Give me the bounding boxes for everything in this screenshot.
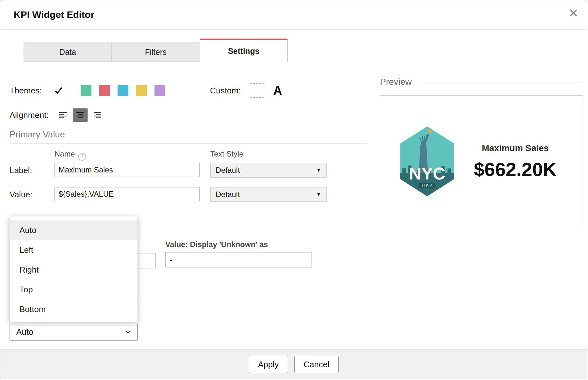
- preview-heading-rule: [419, 83, 583, 83]
- name-column-label: Name?: [54, 150, 86, 161]
- custom-label: Custom:: [210, 86, 241, 96]
- kpi-preview-value: $662.20K: [457, 158, 573, 180]
- value-input[interactable]: [54, 187, 200, 201]
- position-dropdown-list: Auto Left Right Top Bottom: [10, 216, 138, 322]
- apply-button[interactable]: Apply: [249, 356, 288, 373]
- tab-settings[interactable]: Settings: [200, 39, 288, 62]
- kpi-preview-label: Maximum Sales: [457, 143, 573, 153]
- custom-color-swatch[interactable]: [250, 83, 264, 98]
- align-left-button[interactable]: [56, 108, 70, 122]
- dropdown-arrow-icon: ▼: [316, 191, 321, 198]
- dialog-footer: Apply Cancel: [0, 349, 587, 379]
- section-divider: [10, 143, 367, 144]
- label-field-label: Label:: [10, 165, 32, 175]
- theme-swatch-red[interactable]: [99, 85, 110, 96]
- custom-font-letter[interactable]: A: [273, 84, 282, 98]
- align-center-button[interactable]: [73, 108, 88, 122]
- badge-country-text: U.S.A: [422, 183, 433, 188]
- theme-swatch-yellow[interactable]: [136, 85, 147, 96]
- preview-box: NYC U.S.A Maximum Sales $662.20K: [380, 95, 583, 228]
- dropdown-option-right[interactable]: Right: [10, 260, 137, 280]
- torch-flame: [428, 129, 432, 133]
- value-display-unknown-label: Value: Display 'Unknown' as: [165, 240, 268, 249]
- value-display-unknown-input[interactable]: [165, 252, 312, 267]
- align-center-icon: [76, 112, 84, 119]
- tab-data[interactable]: Data: [24, 42, 112, 62]
- theme-swatch-purple[interactable]: [154, 85, 165, 96]
- position-select-value: Auto: [16, 327, 33, 337]
- nyc-badge-svg: NYC U.S.A: [397, 126, 457, 197]
- chevron-down-icon: [125, 330, 131, 334]
- label-input[interactable]: [54, 163, 200, 177]
- dropdown-option-left[interactable]: Left: [10, 240, 137, 260]
- tab-filters[interactable]: Filters: [112, 42, 200, 62]
- theme-swatch-green[interactable]: [81, 85, 91, 96]
- align-left-icon: [59, 112, 67, 119]
- badge-city-text: NYC: [409, 164, 445, 183]
- align-right-icon: [93, 112, 102, 119]
- dropdown-option-top[interactable]: Top: [10, 280, 137, 299]
- check-icon: [54, 87, 63, 94]
- name-label-text: Name: [54, 150, 75, 158]
- themes-label: Themes:: [10, 86, 42, 96]
- dialog-header: KPI Widget Editor ×: [0, 0, 587, 30]
- alignment-row: Alignment:: [10, 108, 105, 122]
- theme-swatch-blue[interactable]: [118, 85, 128, 96]
- dropdown-option-auto[interactable]: Auto: [10, 220, 137, 240]
- value-text-style-value: Default: [216, 190, 240, 199]
- alignment-label: Alignment:: [10, 110, 49, 120]
- kpi-preview-block: Maximum Sales $662.20K: [457, 143, 583, 180]
- dropdown-arrow-icon: ▼: [316, 167, 321, 173]
- help-icon[interactable]: ?: [78, 153, 86, 161]
- nyc-badge-image: NYC U.S.A: [397, 126, 457, 198]
- tab-bar: Data Filters Settings: [15, 39, 288, 62]
- value-field-label: Value:: [10, 190, 32, 200]
- theme-swatches: [81, 85, 165, 96]
- themes-checkbox[interactable]: [52, 84, 65, 97]
- align-right-button[interactable]: [90, 108, 105, 122]
- cancel-button[interactable]: Cancel: [294, 356, 339, 373]
- themes-row: Themes: Custom: A: [10, 83, 282, 98]
- label-text-style-select[interactable]: Default ▼: [210, 163, 327, 178]
- value-text-style-select[interactable]: Default ▼: [210, 187, 327, 202]
- preview-heading: Preview: [380, 77, 412, 87]
- label-text-style-value: Default: [216, 166, 240, 175]
- kpi-widget-editor-dialog: KPI Widget Editor × Data Filters Setting…: [0, 0, 587, 379]
- primary-value-heading: Primary Value: [10, 129, 65, 140]
- dialog-title: KPI Widget Editor: [14, 9, 94, 20]
- close-icon[interactable]: ×: [569, 5, 578, 21]
- position-select[interactable]: Auto: [10, 323, 138, 341]
- dropdown-option-bottom[interactable]: Bottom: [10, 299, 137, 319]
- text-style-column-label: Text Style: [210, 150, 243, 158]
